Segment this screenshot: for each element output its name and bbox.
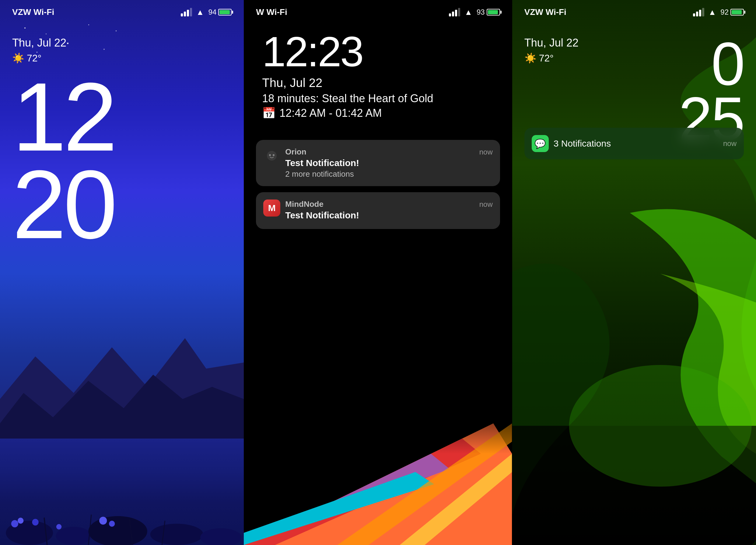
lock-time-display: 12:23 <box>262 30 433 73</box>
status-right-1: ▲ 94 <box>181 8 232 17</box>
wifi-icon-2: ▲ <box>464 8 472 17</box>
calendar-icon: 📅 <box>262 107 276 120</box>
notif2-top-row: MindNode now <box>285 200 492 209</box>
notif2-content: MindNode now Test Notification! <box>285 200 492 222</box>
svg-point-13 <box>109 521 115 527</box>
svg-point-8 <box>11 520 18 527</box>
lock-date: Thu, Jul 22 <box>262 76 433 90</box>
date-3: Thu, Jul 22 <box>524 37 579 49</box>
notif1-content: Orion now Test Notification! 2 more noti… <box>285 147 492 179</box>
carrier-2: W Wi-Fi <box>256 7 287 17</box>
signal-icon-3 <box>693 8 704 16</box>
battery-label-2: 93 <box>477 8 485 16</box>
notif3-left: 💬 3 Notifications <box>532 135 611 152</box>
notif2-title: Test Notification! <box>285 210 492 221</box>
temp-3: 72° <box>539 53 554 64</box>
svg-point-11 <box>56 524 61 529</box>
lock-screen-info: 12:23 Thu, Jul 22 18 minutes: Steal the … <box>262 30 433 120</box>
svg-point-25 <box>569 365 751 487</box>
notif3-time: now <box>723 139 737 148</box>
notif2-app-name: MindNode <box>285 200 324 209</box>
notif1-app-name: Orion <box>285 147 306 157</box>
number-0-display: 0 <box>679 37 744 91</box>
temp-1: 72° <box>27 53 41 64</box>
svg-point-9 <box>18 518 23 524</box>
weather-icon-3: ☀️ <box>524 52 537 64</box>
notif3-count: 3 Notifications <box>554 138 611 149</box>
lock-event-time: 📅 12:42 AM - 01:42 AM <box>262 107 433 120</box>
event-time-text: 12:42 AM - 01:42 AM <box>279 107 382 120</box>
messages-app-icon: 💬 <box>532 135 549 152</box>
phone-panel-3: VZW Wi-Fi ▲ 92 Thu, Jul 22 ☀️ 72° <box>512 0 756 545</box>
messages-notification[interactable]: 💬 3 Notifications now <box>524 128 744 159</box>
carrier-3: VZW Wi-Fi <box>524 7 566 17</box>
lock-event-title: 18 minutes: Steal the Heart of Gold <box>262 92 433 105</box>
mindnode-icon-letter: M <box>268 203 276 213</box>
svg-point-22 <box>269 154 271 156</box>
phone-panel-2: W Wi-Fi ▲ 93 12:23 Thu, Jul 22 18 minute… <box>244 0 512 545</box>
status-right-2: ▲ 93 <box>449 8 500 17</box>
svg-point-12 <box>99 517 107 525</box>
notifications-panel2: Orion now Test Notification! 2 more noti… <box>256 140 500 235</box>
phone-panel-1: VZW Wi-Fi ▲ 94 Thu, Jul 22 ☀️ 72° <box>0 0 244 545</box>
svg-point-4 <box>56 527 91 545</box>
battery-2: 93 <box>477 8 500 16</box>
battery-3: 92 <box>720 8 744 16</box>
wifi-icon-3: ▲ <box>709 8 716 17</box>
weather-3: ☀️ 72° <box>524 52 579 64</box>
battery-label-3: 92 <box>720 8 729 16</box>
svg-rect-20 <box>244 393 512 454</box>
wifi-icon-1: ▲ <box>196 8 204 17</box>
notif1-top-row: Orion now <box>285 147 492 157</box>
date-1: Thu, Jul 22 <box>12 37 66 49</box>
battery-label-1: 94 <box>208 8 217 16</box>
status-bar-1: VZW Wi-Fi ▲ 94 <box>0 0 244 24</box>
orion-notification[interactable]: Orion now Test Notification! 2 more noti… <box>256 140 500 186</box>
battery-1: 94 <box>208 8 232 16</box>
mindnode-app-icon: M <box>263 200 280 217</box>
notif1-title: Test Notification! <box>285 158 492 168</box>
notif1-time: now <box>479 148 493 156</box>
status-right-3: ▲ 92 <box>693 8 744 17</box>
battery-icon-1 <box>218 9 232 16</box>
notif1-header: Orion now Test Notification! 2 more noti… <box>263 147 492 179</box>
svg-point-7 <box>200 528 241 545</box>
svg-point-5 <box>88 516 147 545</box>
notif2-header: M MindNode now Test Notification! <box>263 200 492 222</box>
notifications-panel3: 💬 3 Notifications now <box>524 128 744 159</box>
colorful-wallpaper <box>244 393 512 545</box>
svg-point-23 <box>273 154 275 156</box>
big-minute-1: 20 <box>12 161 232 248</box>
date-weather-3: Thu, Jul 22 ☀️ 72° <box>524 37 579 64</box>
date-weather-1: Thu, Jul 22 ☀️ 72° <box>12 37 66 64</box>
mountain-silhouette <box>0 302 244 454</box>
svg-point-10 <box>32 519 38 526</box>
carrier-1: VZW Wi-Fi <box>12 7 54 17</box>
messages-icon-symbol: 💬 <box>534 138 546 149</box>
big-hour-1: 12 <box>12 73 232 161</box>
orion-app-icon <box>263 147 280 164</box>
big-clock-1: 12 20 <box>12 73 232 248</box>
battery-icon-3 <box>730 9 744 16</box>
signal-icon-2 <box>449 8 460 16</box>
status-bar-3: VZW Wi-Fi ▲ 92 <box>512 0 756 24</box>
svg-point-6 <box>150 524 203 545</box>
notif1-subtitle: 2 more notifications <box>285 170 492 179</box>
status-bar-2: W Wi-Fi ▲ 93 <box>244 0 512 24</box>
signal-icon-1 <box>181 8 192 16</box>
battery-icon-2 <box>487 9 500 16</box>
notif2-time: now <box>479 200 493 209</box>
flowers-decoration <box>0 484 244 545</box>
mindnode-notification[interactable]: M MindNode now Test Notification! <box>256 192 500 229</box>
svg-point-21 <box>267 151 277 161</box>
